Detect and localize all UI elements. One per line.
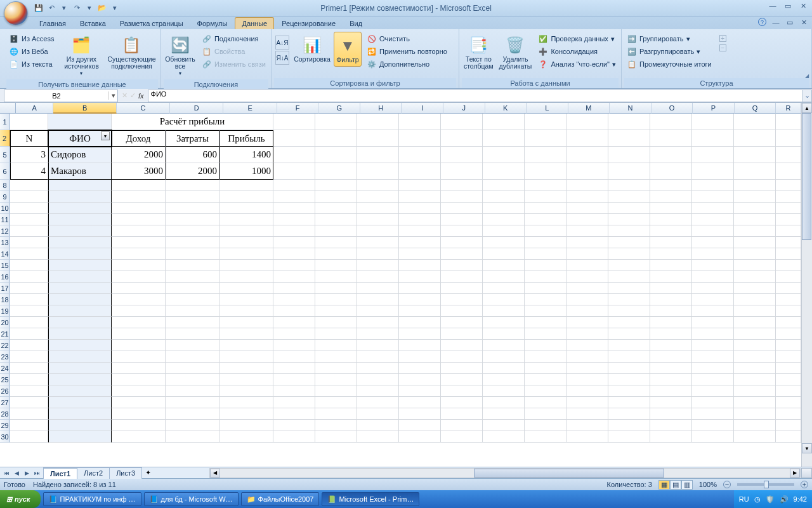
cell[interactable] xyxy=(219,363,273,374)
cell[interactable] xyxy=(525,340,566,351)
close-button[interactable]: ✕ xyxy=(797,1,809,10)
cell[interactable] xyxy=(273,328,315,340)
start-button[interactable]: ⊞пуск xyxy=(0,490,41,508)
cell[interactable] xyxy=(525,317,566,328)
cell[interactable] xyxy=(776,260,801,271)
cell[interactable] xyxy=(776,248,801,260)
text-to-columns-button[interactable]: 📑Текст по столбцам xyxy=(462,32,495,72)
cell[interactable] xyxy=(608,340,650,351)
cell[interactable] xyxy=(692,385,734,397)
cell[interactable] xyxy=(357,114,399,130)
cell[interactable] xyxy=(776,431,801,443)
cell[interactable] xyxy=(273,431,315,443)
view-pagebreak-button[interactable]: ▥ xyxy=(681,480,693,490)
cell[interactable] xyxy=(441,271,483,283)
cell[interactable] xyxy=(10,363,48,374)
cell[interactable] xyxy=(483,203,525,214)
cell[interactable] xyxy=(566,305,608,317)
cell[interactable] xyxy=(357,351,399,363)
cell[interactable] xyxy=(525,237,566,248)
cell[interactable] xyxy=(483,271,525,283)
cell[interactable] xyxy=(399,328,441,340)
cell[interactable] xyxy=(650,248,692,260)
cell[interactable] xyxy=(525,180,566,191)
column-header[interactable]: F xyxy=(277,103,319,114)
cell[interactable] xyxy=(441,114,483,130)
cell[interactable] xyxy=(483,130,525,147)
cell[interactable] xyxy=(48,363,112,374)
cell[interactable] xyxy=(776,294,801,305)
cell[interactable]: ФИО▾ xyxy=(48,130,112,147)
cell[interactable] xyxy=(776,420,801,431)
cell[interactable] xyxy=(399,225,441,237)
cell[interactable] xyxy=(650,225,692,237)
cell[interactable] xyxy=(315,317,357,328)
cell[interactable] xyxy=(219,385,273,397)
cell[interactable] xyxy=(357,248,399,260)
cell[interactable] xyxy=(566,385,608,397)
cell[interactable] xyxy=(441,431,483,443)
row-header[interactable]: 19 xyxy=(0,305,10,317)
cell[interactable] xyxy=(441,420,483,431)
cell[interactable] xyxy=(315,351,357,363)
cell[interactable] xyxy=(273,114,315,130)
cell[interactable] xyxy=(734,271,776,283)
cell[interactable] xyxy=(441,214,483,225)
cell[interactable] xyxy=(566,408,608,420)
row-header[interactable]: 21 xyxy=(0,328,10,340)
sheet-tab[interactable]: Лист3 xyxy=(109,467,142,479)
cell[interactable] xyxy=(10,180,48,191)
cell[interactable] xyxy=(399,305,441,317)
cell[interactable] xyxy=(692,147,734,163)
cell[interactable] xyxy=(525,225,566,237)
cell[interactable] xyxy=(525,328,566,340)
cell[interactable]: Прибыль xyxy=(219,130,273,147)
cell[interactable] xyxy=(483,317,525,328)
scroll-left-button[interactable]: ◀ xyxy=(210,469,220,478)
cell[interactable] xyxy=(525,305,566,317)
cell[interactable] xyxy=(692,397,734,408)
cell[interactable] xyxy=(166,351,219,363)
cell[interactable] xyxy=(692,271,734,283)
cell[interactable] xyxy=(608,271,650,283)
cell[interactable] xyxy=(166,214,219,225)
split-box[interactable] xyxy=(801,468,812,478)
cell[interactable] xyxy=(734,283,776,294)
cell[interactable] xyxy=(483,385,525,397)
cell[interactable] xyxy=(776,130,801,147)
cell[interactable] xyxy=(566,340,608,351)
cell[interactable] xyxy=(166,203,219,214)
cell[interactable] xyxy=(48,374,112,385)
cell[interactable] xyxy=(357,225,399,237)
cell[interactable] xyxy=(357,340,399,351)
row-header[interactable]: 2 xyxy=(0,130,10,147)
cell[interactable] xyxy=(650,317,692,328)
minimize-button[interactable]: — xyxy=(766,1,779,10)
cell[interactable] xyxy=(734,225,776,237)
cell[interactable] xyxy=(566,147,608,163)
refresh-all-button[interactable]: 🔄Обновить все▾ xyxy=(164,32,197,79)
cell[interactable] xyxy=(776,237,801,248)
cell[interactable] xyxy=(399,260,441,271)
cell[interactable] xyxy=(608,363,650,374)
cell[interactable] xyxy=(608,283,650,294)
cell[interactable] xyxy=(566,283,608,294)
column-header[interactable]: R xyxy=(776,103,801,114)
cell[interactable] xyxy=(734,203,776,214)
cell[interactable] xyxy=(315,431,357,443)
cell[interactable] xyxy=(441,225,483,237)
cell[interactable] xyxy=(692,214,734,225)
cell[interactable] xyxy=(399,363,441,374)
view-normal-button[interactable]: ▦ xyxy=(658,480,670,490)
cell[interactable] xyxy=(692,363,734,374)
cell[interactable] xyxy=(315,214,357,225)
qat-dropdown-icon[interactable]: ▾ xyxy=(84,3,95,14)
from-other-button[interactable]: 🗂️Из других источников▾ xyxy=(59,32,103,79)
cell[interactable] xyxy=(10,340,48,351)
cell[interactable] xyxy=(10,328,48,340)
cell[interactable] xyxy=(10,214,48,225)
cell[interactable] xyxy=(357,130,399,147)
cell[interactable] xyxy=(608,163,650,180)
cell[interactable] xyxy=(48,397,112,408)
zoom-level[interactable]: 100% xyxy=(699,481,717,488)
